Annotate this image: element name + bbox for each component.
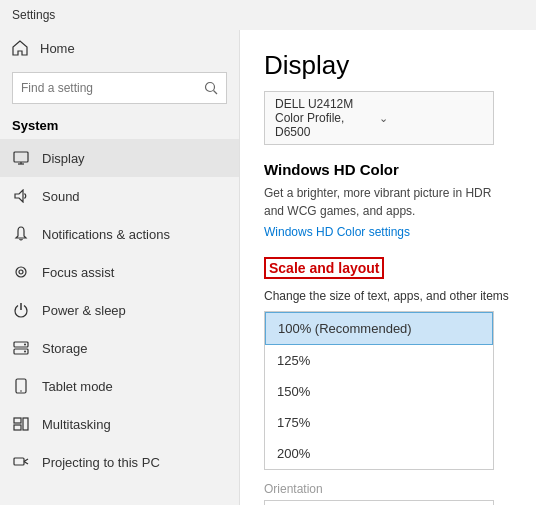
sidebar-item-power[interactable]: Power & sleep — [0, 291, 239, 329]
sidebar-item-notifications[interactable]: Notifications & actions — [0, 215, 239, 253]
sidebar-item-multitasking[interactable]: Multitasking — [0, 405, 239, 443]
sidebar-item-storage[interactable]: Storage — [0, 329, 239, 367]
sidebar-item-tablet[interactable]: Tablet mode — [0, 367, 239, 405]
svg-marker-5 — [15, 190, 23, 202]
sidebar-item-label: Power & sleep — [42, 303, 126, 318]
multitasking-icon — [12, 415, 30, 433]
sidebar-item-display[interactable]: Display — [0, 139, 239, 177]
svg-rect-17 — [14, 458, 24, 465]
scale-option-125[interactable]: 125% — [265, 345, 493, 376]
scale-option-200[interactable]: 200% — [265, 438, 493, 469]
orientation-dropdown[interactable]: Landscape ⌄ — [264, 500, 494, 505]
tablet-icon — [12, 377, 30, 395]
sidebar-section-label: System — [0, 114, 239, 139]
search-icon — [204, 81, 218, 95]
svg-line-19 — [24, 462, 28, 465]
scale-option-150[interactable]: 150% — [265, 376, 493, 407]
monitor-dropdown-value: DELL U2412M Color Profile, D6500 — [275, 97, 379, 139]
monitor-dropdown[interactable]: DELL U2412M Color Profile, D6500 ⌄ — [264, 91, 494, 145]
svg-point-11 — [24, 351, 26, 353]
svg-rect-16 — [23, 418, 28, 430]
scale-option-175[interactable]: 175% — [265, 407, 493, 438]
sidebar-item-sound[interactable]: Sound — [0, 177, 239, 215]
search-input[interactable] — [21, 81, 204, 95]
svg-point-0 — [206, 83, 215, 92]
title-bar: Settings — [0, 0, 536, 30]
hd-color-title: Windows HD Color — [264, 161, 512, 178]
monitor-icon — [12, 149, 30, 167]
scale-dropdown: 100% (Recommended) 125% 150% 175% 200% — [264, 311, 494, 470]
svg-point-10 — [24, 344, 26, 346]
sidebar-item-label: Notifications & actions — [42, 227, 170, 242]
hd-color-link[interactable]: Windows HD Color settings — [264, 225, 410, 239]
scale-option-100[interactable]: 100% (Recommended) — [265, 312, 493, 345]
search-box[interactable] — [12, 72, 227, 104]
sidebar-item-label: Projecting to this PC — [42, 455, 160, 470]
svg-rect-15 — [14, 425, 21, 430]
svg-rect-14 — [14, 418, 21, 423]
svg-line-18 — [24, 459, 28, 462]
main-content: Display DELL U2412M Color Profile, D6500… — [240, 30, 536, 505]
sidebar-item-label: Multitasking — [42, 417, 111, 432]
focus-icon — [12, 263, 30, 281]
svg-point-7 — [19, 270, 23, 274]
svg-point-13 — [20, 390, 22, 392]
orientation-label: Orientation — [264, 482, 512, 496]
sidebar-item-home[interactable]: Home — [0, 30, 239, 66]
sidebar-item-label: Storage — [42, 341, 88, 356]
chevron-down-icon: ⌄ — [379, 112, 483, 125]
sidebar-item-label: Display — [42, 151, 85, 166]
svg-line-1 — [214, 91, 218, 95]
svg-point-6 — [16, 267, 26, 277]
bell-icon — [12, 225, 30, 243]
app-container: Home System Display — [0, 30, 536, 505]
home-label: Home — [40, 41, 75, 56]
title-bar-label: Settings — [12, 8, 55, 22]
sidebar-item-label: Tablet mode — [42, 379, 113, 394]
storage-icon — [12, 339, 30, 357]
svg-rect-2 — [14, 152, 28, 162]
sidebar-item-projecting[interactable]: Projecting to this PC — [0, 443, 239, 481]
sidebar: Home System Display — [0, 30, 240, 505]
sidebar-item-label: Sound — [42, 189, 80, 204]
projecting-icon — [12, 453, 30, 471]
hd-color-desc: Get a brighter, more vibrant picture in … — [264, 184, 512, 220]
sidebar-item-label: Focus assist — [42, 265, 114, 280]
page-title: Display — [264, 50, 512, 81]
sound-icon — [12, 187, 30, 205]
scale-change-label: Change the size of text, apps, and other… — [264, 289, 512, 303]
sidebar-item-focus[interactable]: Focus assist — [0, 253, 239, 291]
scale-layout-header: Scale and layout — [264, 257, 384, 279]
home-icon — [12, 40, 28, 56]
power-icon — [12, 301, 30, 319]
